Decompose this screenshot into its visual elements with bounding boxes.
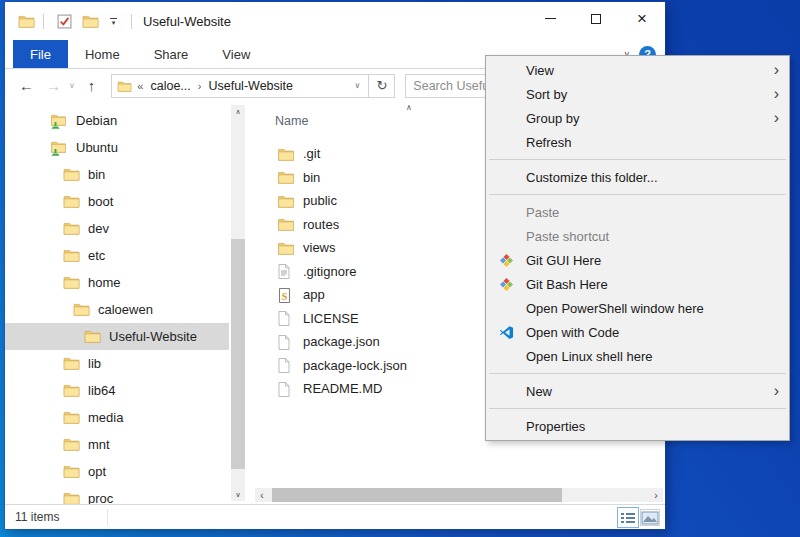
menu-item-open-linux-shell[interactable]: Open Linux shell here <box>486 344 789 368</box>
tab-view[interactable]: View <box>205 40 267 68</box>
qat-properties-button[interactable] <box>57 14 72 29</box>
file-icon <box>278 335 294 349</box>
folder-icon <box>63 383 80 398</box>
menu-icon-gutter <box>486 253 526 268</box>
menu-item-label: Git GUI Here <box>526 253 789 268</box>
folder-icon <box>63 410 80 425</box>
column-header-name[interactable]: Name <box>275 114 308 128</box>
folder-icon <box>63 248 80 263</box>
recent-locations-icon[interactable]: ∨ <box>67 82 79 90</box>
sort-ascending-icon[interactable]: ∧ <box>406 103 412 112</box>
menu-item-view[interactable]: View › <box>486 58 789 82</box>
qat-customize-button[interactable]: ▾ <box>110 18 117 25</box>
tree-item-bin[interactable]: bin <box>5 161 229 188</box>
titlebar-separator <box>131 14 132 29</box>
menu-icon-gutter <box>486 277 526 292</box>
folder-icon <box>278 241 294 255</box>
folder-icon <box>63 194 80 209</box>
breadcrumb-collapse-icon: « <box>137 80 143 92</box>
tab-home[interactable]: Home <box>68 40 137 68</box>
menu-item-new[interactable]: New › <box>486 379 789 403</box>
address-bar[interactable]: « caloe... › Useful-Website ∨ <box>111 74 369 98</box>
menu-item-label: Group by <box>526 111 774 126</box>
tree-vertical-scrollbar[interactable]: ∧ ∨ <box>231 105 245 501</box>
menu-item-label: Sort by <box>526 87 774 102</box>
scroll-right-icon[interactable]: › <box>649 488 663 502</box>
minimize-button[interactable] <box>527 2 573 35</box>
file-name: app <box>303 287 325 302</box>
menu-item-label: Paste shortcut <box>526 229 789 244</box>
tree-item-dev[interactable]: dev <box>5 215 229 242</box>
menu-separator <box>489 159 786 160</box>
menu-item-label: View <box>526 63 774 78</box>
menu-separator <box>489 373 786 374</box>
tree-item-lib[interactable]: lib <box>5 350 229 377</box>
details-view-button[interactable] <box>617 507 639 528</box>
window-controls: × <box>527 2 665 35</box>
scroll-left-icon[interactable]: ‹ <box>255 488 269 502</box>
scrollbar-thumb[interactable] <box>272 488 562 502</box>
menu-item-paste-shortcut[interactable]: Paste shortcut <box>486 224 789 248</box>
checkbox-icon <box>57 14 72 29</box>
tree-item-mnt[interactable]: mnt <box>5 431 229 458</box>
menu-item-group-by[interactable]: Group by › <box>486 106 789 130</box>
menu-item-refresh[interactable]: Refresh <box>486 130 789 154</box>
menu-item-customize-folder[interactable]: Customize this folder... <box>486 165 789 189</box>
menu-item-label: Open Linux shell here <box>526 349 789 364</box>
tree-item-boot[interactable]: boot <box>5 188 229 215</box>
tree-item-media[interactable]: media <box>5 404 229 431</box>
menu-item-paste[interactable]: Paste <box>486 200 789 224</box>
tab-file[interactable]: File <box>13 40 68 68</box>
tree-item-debian[interactable]: Debian <box>5 107 229 134</box>
scroll-up-icon[interactable]: ∧ <box>231 105 245 118</box>
close-button[interactable]: × <box>619 2 665 35</box>
menu-item-sort-by[interactable]: Sort by › <box>486 82 789 106</box>
close-icon: × <box>637 10 647 27</box>
vscode-icon <box>499 325 514 340</box>
tab-share[interactable]: Share <box>137 40 206 68</box>
script-file-icon <box>278 288 294 302</box>
tree-item-label: media <box>88 410 123 425</box>
qat-new-folder-button[interactable] <box>82 14 99 28</box>
up-button[interactable]: ↑ <box>79 78 105 93</box>
file-name: bin <box>303 170 320 185</box>
menu-item-properties[interactable]: Properties <box>486 414 789 438</box>
app-folder-icon <box>18 14 35 28</box>
menu-item-open-powershell[interactable]: Open PowerShell window here <box>486 296 789 320</box>
git-icon <box>499 253 514 268</box>
maximize-button[interactable] <box>573 2 619 35</box>
folder-icon <box>63 167 80 182</box>
menu-item-label: New <box>526 384 774 399</box>
folder-icon <box>63 275 80 290</box>
tree-item-useful-website[interactable]: Useful-Website <box>5 323 229 350</box>
file-name: package-lock.json <box>303 358 407 373</box>
menu-item-git-bash-here[interactable]: Git Bash Here <box>486 272 789 296</box>
menu-item-label: Properties <box>526 419 789 434</box>
file-name: .git <box>303 146 320 161</box>
tree-item-etc[interactable]: etc <box>5 242 229 269</box>
items-count: 11 items <box>15 510 59 524</box>
menu-item-git-gui-here[interactable]: Git GUI Here <box>486 248 789 272</box>
thumbnails-view-button[interactable] <box>640 509 660 526</box>
tree-item-lib64[interactable]: lib64 <box>5 377 229 404</box>
back-button[interactable]: ← <box>13 78 40 93</box>
menu-item-open-with-code[interactable]: Open with Code <box>486 320 789 344</box>
wsl-folder-icon <box>51 140 68 155</box>
tree-item-label: dev <box>88 221 109 236</box>
breadcrumb-current[interactable]: Useful-Website <box>206 79 295 93</box>
tree-item-ubuntu[interactable]: Ubuntu <box>5 134 229 161</box>
file-list-horizontal-scrollbar[interactable]: ‹ › <box>255 488 663 502</box>
folder-icon <box>82 14 99 28</box>
tree-item-label: caloewen <box>98 302 153 317</box>
scroll-down-icon[interactable]: ∨ <box>231 488 245 501</box>
tree-item-caloewen[interactable]: caloewen <box>5 296 229 323</box>
refresh-button[interactable]: ↻ <box>369 74 395 98</box>
tree-item-proc[interactable]: proc <box>5 485 229 504</box>
address-dropdown-icon[interactable]: ∨ <box>352 81 364 90</box>
details-view-icon <box>619 510 637 526</box>
tree-item-opt[interactable]: opt <box>5 458 229 485</box>
forward-button[interactable]: → <box>40 78 67 93</box>
breadcrumb-parent[interactable]: caloe... <box>148 79 192 93</box>
tree-item-home[interactable]: home <box>5 269 229 296</box>
scrollbar-thumb[interactable] <box>231 239 245 469</box>
